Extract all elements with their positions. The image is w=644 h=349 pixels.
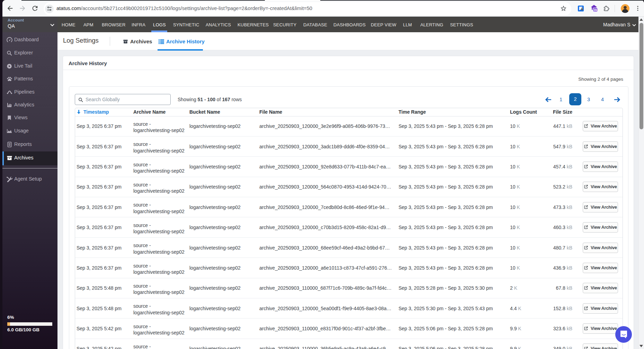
svg-text:26: 26 [593,8,597,12]
